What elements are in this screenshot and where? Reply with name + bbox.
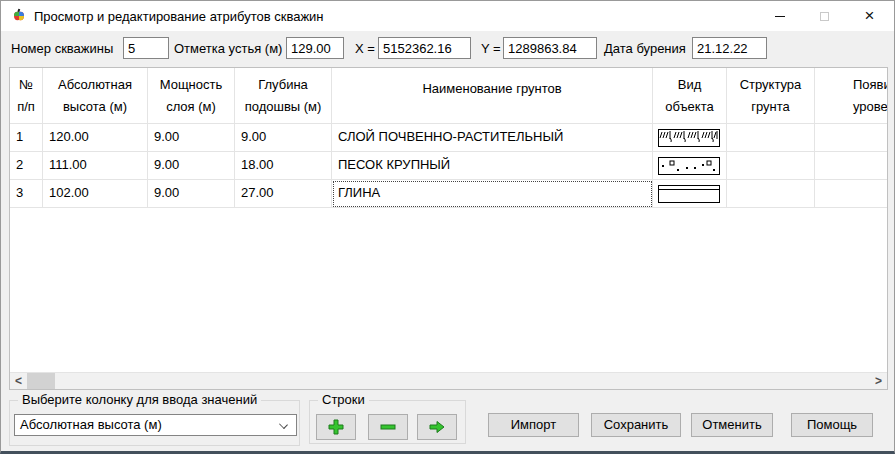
maximize-button bbox=[802, 1, 847, 31]
object-kind-cell[interactable] bbox=[653, 152, 727, 180]
table-cell-base_depth[interactable]: 27.00 bbox=[235, 180, 332, 208]
soil-vegetation-pattern-icon bbox=[658, 129, 720, 147]
close-button[interactable]: × bbox=[847, 1, 892, 31]
column-header: №п/п bbox=[10, 68, 43, 124]
well-number-input[interactable] bbox=[123, 37, 169, 59]
help-button[interactable]: Помощь bbox=[791, 413, 873, 437]
table-header-row: №п/пАбсолютнаявысота (м)Мощностьслоя (м)… bbox=[10, 68, 887, 124]
well-number-label: Номер скважины bbox=[11, 41, 113, 56]
minus-icon bbox=[379, 418, 397, 436]
column-header: Видобъекта bbox=[653, 68, 727, 124]
table-cell-base_depth[interactable]: 9.00 bbox=[235, 124, 332, 152]
table-cell-abs_height[interactable]: 120.00 bbox=[43, 124, 148, 152]
horizontal-scrollbar[interactable]: < > bbox=[10, 372, 887, 389]
clay-pattern-icon bbox=[658, 185, 720, 203]
column-header: Наименование грунтов bbox=[332, 68, 653, 124]
table-cell-abs_height[interactable]: 111.00 bbox=[43, 152, 148, 180]
table-cell-layer_thickness[interactable]: 9.00 bbox=[148, 180, 235, 208]
wellhead-elevation-input[interactable] bbox=[286, 37, 344, 59]
soil-structure-cell[interactable] bbox=[727, 180, 815, 208]
minimize-button[interactable] bbox=[757, 1, 802, 31]
maximize-icon bbox=[820, 12, 829, 21]
add-row-button[interactable] bbox=[316, 414, 356, 440]
drilling-date-input[interactable] bbox=[692, 37, 767, 59]
x-coordinate-label: X = bbox=[355, 41, 375, 56]
goto-row-button[interactable] bbox=[417, 414, 457, 440]
column-header: Глубинаподошвы (м) bbox=[235, 68, 332, 124]
drilling-date-label: Дата бурения bbox=[604, 41, 686, 56]
soil-structure-cell[interactable] bbox=[727, 152, 815, 180]
wellhead-elevation-label: Отметка устья (м) bbox=[174, 41, 282, 56]
table-row: 3102.009.0027.00ГЛИНА bbox=[10, 180, 887, 208]
window-title: Просмотр и редактирование атрибутов сква… bbox=[34, 9, 324, 24]
well-info-bar: Номер скважины Отметка устья (м) X = Y =… bbox=[1, 31, 894, 65]
table-cell-num[interactable]: 2 bbox=[10, 152, 43, 180]
y-coordinate-label: Y = bbox=[481, 41, 501, 56]
well-attributes-dialog: { "window": { "title": "Просмотр и редак… bbox=[0, 0, 895, 454]
table-cell-layer_thickness[interactable]: 9.00 bbox=[148, 152, 235, 180]
column-header: Абсолютнаявысота (м) bbox=[43, 68, 148, 124]
column-header: Структурагрунта bbox=[727, 68, 815, 124]
arrow-right-icon bbox=[428, 418, 446, 436]
title-bar: Просмотр и редактирование атрибутов сква… bbox=[1, 1, 894, 31]
column-select-dropdown[interactable]: Абсолютная высота (м) bbox=[14, 414, 297, 436]
table-row: 1120.009.009.00СЛОЙ ПОЧВЕННО-РАСТИТЕЛЬНЫ… bbox=[10, 124, 887, 152]
scroll-right-icon[interactable]: > bbox=[870, 373, 887, 390]
save-button[interactable]: Сохранить bbox=[591, 413, 681, 437]
table-cell-soil_name[interactable]: ГЛИНА bbox=[332, 180, 653, 208]
table-cell-base_depth[interactable]: 18.00 bbox=[235, 152, 332, 180]
y-coordinate-input[interactable] bbox=[503, 37, 597, 59]
column-header: Появившийсяуровень воды bbox=[815, 68, 888, 124]
table-cell-soil_name[interactable]: СЛОЙ ПОЧВЕННО-РАСТИТЕЛЬНЫЙ bbox=[332, 124, 653, 152]
cancel-button[interactable]: Отменить bbox=[691, 413, 773, 437]
scrollbar-thumb[interactable] bbox=[27, 373, 55, 390]
table-cell-layer_thickness[interactable]: 9.00 bbox=[148, 124, 235, 152]
minimize-icon bbox=[775, 16, 785, 17]
table-cell-num[interactable]: 1 bbox=[10, 124, 43, 152]
water-level-cell[interactable] bbox=[815, 180, 888, 208]
water-level-cell[interactable] bbox=[815, 152, 888, 180]
rows-group-label: Строки bbox=[318, 392, 369, 407]
object-kind-cell[interactable] bbox=[653, 180, 727, 208]
table-cell-abs_height[interactable]: 102.00 bbox=[43, 180, 148, 208]
x-coordinate-input[interactable] bbox=[378, 37, 471, 59]
sand-pattern-icon bbox=[658, 157, 720, 175]
soil-structure-cell[interactable] bbox=[727, 124, 815, 152]
delete-row-button[interactable] bbox=[368, 414, 408, 440]
rows-group: Строки bbox=[309, 400, 466, 444]
scroll-left-icon[interactable]: < bbox=[10, 373, 27, 390]
chevron-down-icon bbox=[279, 420, 288, 429]
column-select-group-label: Выберите колонку для ввода значений bbox=[18, 392, 261, 407]
water-level-cell[interactable] bbox=[815, 124, 888, 152]
table-cell-soil_name[interactable]: ПЕСОК КРУПНЫЙ bbox=[332, 152, 653, 180]
object-kind-cell[interactable] bbox=[653, 124, 727, 152]
plus-icon bbox=[327, 418, 345, 436]
table-body: 1120.009.009.00СЛОЙ ПОЧВЕННО-РАСТИТЕЛЬНЫ… bbox=[10, 124, 887, 208]
table-row: 2111.009.0018.00ПЕСОК КРУПНЫЙ bbox=[10, 152, 887, 180]
column-header: Мощностьслоя (м) bbox=[148, 68, 235, 124]
import-button[interactable]: Импорт bbox=[488, 413, 579, 437]
app-logo-icon bbox=[11, 8, 27, 24]
table-cell-num[interactable]: 3 bbox=[10, 180, 43, 208]
column-select-value: Абсолютная высота (м) bbox=[20, 417, 162, 432]
soil-layers-table: №п/пАбсолютнаявысота (м)Мощностьслоя (м)… bbox=[9, 67, 888, 390]
column-select-group: Выберите колонку для ввода значений Абсо… bbox=[9, 400, 300, 446]
